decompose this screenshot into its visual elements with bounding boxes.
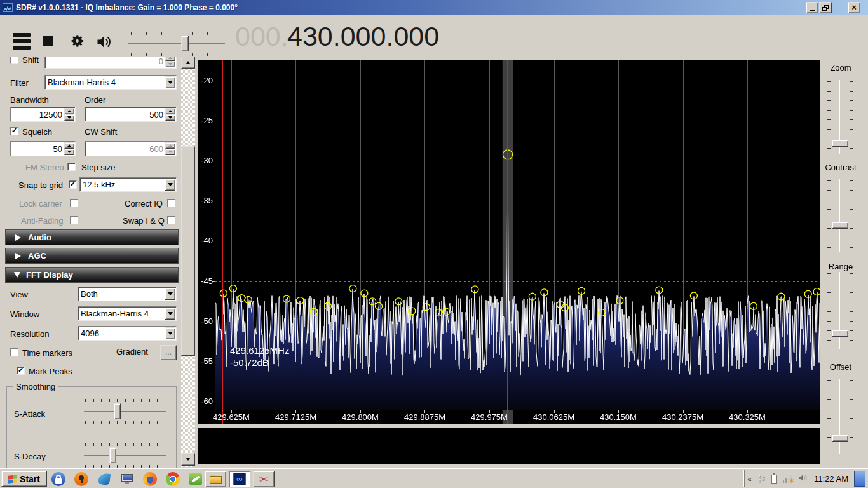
vmware-icon[interactable] (188, 471, 203, 487)
contrast-thumb[interactable] (832, 222, 848, 229)
fm-stereo-label: FM Stereo (25, 163, 64, 172)
offset-slider[interactable] (827, 379, 853, 454)
spectrum-canvas[interactable] (198, 60, 820, 424)
s-decay-label: S-Decay (14, 452, 46, 461)
s-decay-thumb[interactable] (109, 447, 116, 463)
contrast-slider[interactable] (827, 179, 853, 252)
resolution-combo[interactable]: 4096 (78, 326, 177, 341)
shift-value: 0 (159, 57, 163, 66)
minimize-icon[interactable] (806, 2, 818, 13)
swap-iq-label: Swap I & Q (123, 216, 165, 226)
order-spinner[interactable]: 500 (85, 107, 177, 122)
range-slider[interactable] (827, 272, 853, 349)
battery-icon[interactable] (771, 475, 777, 484)
expand-chevron-icon[interactable]: « (747, 475, 751, 483)
volume-slider[interactable] (128, 32, 225, 56)
start-button[interactable]: Start (1, 471, 47, 487)
dropdown-arrow-icon[interactable] (165, 76, 175, 88)
gradient-button[interactable]: ... (160, 345, 177, 360)
wireshark-icon[interactable] (97, 471, 112, 487)
audio-section-header[interactable]: Audio (5, 229, 179, 245)
fft-display-section-header[interactable]: FFT Display (5, 267, 179, 283)
order-value[interactable]: 500 (149, 110, 163, 119)
scroll-down-icon[interactable] (181, 453, 195, 466)
squelch-spinner[interactable]: 50 (10, 141, 76, 156)
s-decay-slider[interactable] (84, 443, 166, 468)
dropdown-arrow-icon[interactable] (165, 179, 175, 191)
openvpn-icon[interactable] (74, 471, 89, 487)
zoom-slider-label: Zoom (818, 63, 863, 72)
network-signal-icon[interactable]: ✶ (783, 475, 792, 483)
snipping-tool-task[interactable]: ✂ (253, 471, 275, 487)
window-combo[interactable]: Blackman-Harris 4 (78, 306, 177, 321)
dropdown-arrow-icon[interactable] (165, 327, 175, 339)
anti-fading-label: Anti-Fading (21, 216, 63, 226)
filter-combo[interactable]: Blackman-Harris 4 (44, 75, 177, 90)
collapsed-arrow-icon (15, 253, 21, 259)
slider-ticks (85, 443, 165, 446)
scrollbar-thumb[interactable] (181, 146, 195, 356)
volume-icon[interactable] (798, 473, 808, 485)
firefox-icon[interactable] (142, 471, 158, 487)
range-thumb[interactable] (832, 330, 848, 337)
frequency-display[interactable]: 430.000.000 (287, 22, 439, 50)
audio-section-label: Audio (28, 233, 51, 242)
restore-icon[interactable] (819, 2, 832, 13)
agc-section-header[interactable]: AGC (5, 248, 179, 264)
snap-to-grid-label: Snap to grid (18, 180, 63, 190)
scroll-up-icon[interactable] (181, 56, 195, 69)
zoom-slider[interactable] (827, 80, 853, 154)
slider-groove (128, 43, 225, 44)
dropdown-arrow-icon[interactable] (165, 308, 175, 320)
snap-to-grid-checkbox[interactable] (69, 180, 77, 189)
squelch-value[interactable]: 50 (53, 144, 62, 154)
title-bar[interactable]: SDR# v1.0.0.1331 - IQ Imbalance: Gain = … (0, 0, 868, 15)
folder-icon (210, 475, 222, 484)
taskbar: Start (0, 468, 868, 488)
view-combo[interactable]: Both (78, 287, 177, 301)
panel-scrollbar[interactable] (181, 56, 195, 467)
show-desktop-button[interactable] (854, 471, 865, 487)
slider-ticks (850, 273, 853, 348)
menu-icon[interactable] (13, 33, 31, 50)
mark-peaks-checkbox[interactable] (17, 367, 25, 375)
sdrsharp-task[interactable]: ∞ (229, 471, 250, 487)
volume-thumb[interactable] (181, 36, 189, 51)
dropdown-arrow-icon[interactable] (165, 288, 175, 300)
bandwidth-spinner[interactable]: 12500 (10, 107, 76, 122)
close-icon[interactable]: × (848, 2, 860, 13)
squelch-checkbox[interactable] (10, 127, 18, 135)
fft-display-section-label: FFT Display (26, 270, 73, 280)
speaker-icon[interactable] (95, 33, 113, 53)
folder-window-task[interactable] (205, 471, 226, 487)
system-tray: « ⚐ ✶ 11:22 AM (744, 470, 868, 487)
offset-thumb[interactable] (832, 435, 848, 442)
zoom-thumb[interactable] (832, 140, 848, 147)
correct-iq-checkbox[interactable] (167, 199, 175, 207)
bandwidth-value[interactable]: 12500 (39, 110, 62, 119)
chrome-icon[interactable] (165, 471, 180, 487)
frequency-display-dim[interactable]: 000. (235, 22, 288, 50)
swap-iq-checkbox[interactable] (167, 216, 175, 224)
flag-icon[interactable]: ⚐ (757, 473, 766, 485)
stop-icon[interactable] (43, 36, 53, 46)
slider-groove (84, 455, 166, 456)
lock-icon[interactable] (51, 471, 66, 487)
slider-groove (839, 272, 840, 349)
order-label: Order (85, 95, 105, 105)
remote-desktop-icon[interactable] (119, 471, 135, 487)
resolution-label: Resolution (10, 329, 49, 339)
gear-icon[interactable] (69, 33, 85, 51)
smoothing-label: Smoothing (13, 382, 58, 391)
time-markers-checkbox[interactable] (10, 348, 18, 356)
window-title: SDR# v1.0.0.1331 - IQ Imbalance: Gain = … (16, 3, 238, 12)
lock-carrier-checkbox (70, 199, 78, 207)
waterfall-display[interactable] (198, 428, 820, 464)
step-size-combo[interactable]: 12.5 kHz (79, 177, 177, 192)
slider-ticks (827, 380, 831, 452)
mark-peaks-label: Mark Peaks (29, 367, 72, 376)
clock[interactable]: 11:22 AM (814, 474, 848, 484)
s-attack-slider[interactable] (84, 399, 166, 424)
offset-slider-label: Offset (818, 362, 863, 372)
s-attack-thumb[interactable] (114, 403, 121, 419)
